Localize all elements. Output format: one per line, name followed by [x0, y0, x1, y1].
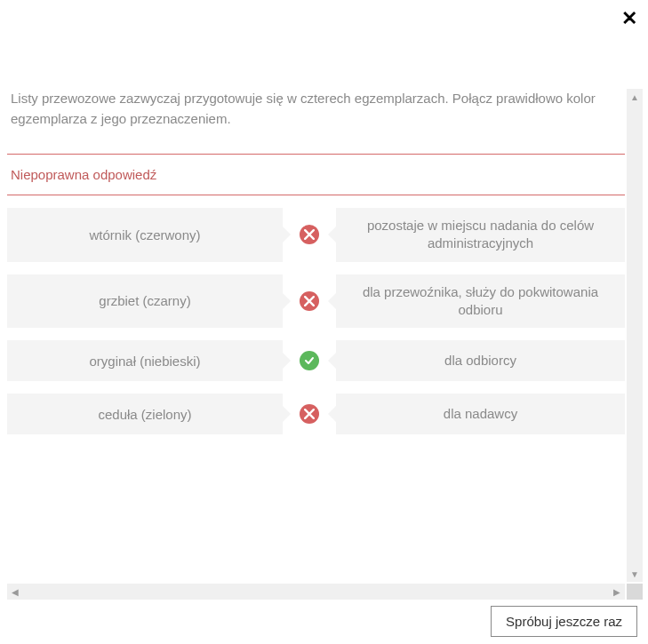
retry-button[interactable]: Spróbuj jeszcze raz — [491, 606, 637, 637]
scroll-track[interactable] — [23, 584, 609, 600]
close-button[interactable]: ✕ — [621, 9, 637, 28]
match-row: wtórnik (czerwony)pozostaje w miejscu na… — [7, 208, 625, 262]
match-right-cell[interactable]: dla nadawcy — [336, 394, 625, 434]
divider — [7, 154, 625, 155]
match-right-cell[interactable]: pozostaje w miejscu nadania do celów adm… — [336, 208, 625, 262]
scroll-track[interactable] — [627, 105, 643, 566]
match-left-cell[interactable]: oryginał (niebieski) — [7, 340, 283, 381]
question-text: Listy przewozowe zazwyczaj przygotowuje … — [7, 89, 625, 150]
x-icon — [300, 291, 319, 311]
match-left-cell[interactable]: ceduła (zielony) — [7, 394, 283, 434]
modal-container: ✕ Listy przewozowe zazwyczaj przygotowuj… — [0, 0, 648, 644]
scroll-corner — [627, 584, 643, 600]
match-row: grzbiet (czarny)dla przewoźnika, służy d… — [7, 274, 625, 329]
x-icon — [300, 404, 319, 424]
scroll-left-icon[interactable]: ◀ — [7, 584, 23, 600]
scroll-up-icon[interactable]: ▲ — [627, 89, 643, 105]
match-row: ceduła (zielony)dla nadawcy — [7, 394, 625, 434]
content-wrap: Listy przewozowe zazwyczaj przygotowuje … — [7, 89, 643, 600]
match-right-cell[interactable]: dla przewoźnika, służy do pokwitowania o… — [336, 274, 625, 329]
footer: Spróbuj jeszcze raz — [491, 606, 637, 637]
divider — [7, 195, 625, 195]
scroll-area: Listy przewozowe zazwyczaj przygotowuje … — [7, 89, 625, 582]
check-icon — [300, 351, 319, 370]
scroll-down-icon[interactable]: ▼ — [627, 566, 643, 582]
horizontal-scrollbar[interactable]: ◀ ▶ — [7, 584, 625, 600]
match-right-cell[interactable]: dla odbiorcy — [336, 340, 625, 381]
feedback-text: Niepoprawna odpowiedź — [7, 158, 625, 191]
pairs-list: wtórnik (czerwony)pozostaje w miejscu na… — [7, 208, 625, 434]
x-icon — [300, 225, 319, 244]
vertical-scrollbar[interactable]: ▲ ▼ — [627, 89, 643, 582]
match-left-cell[interactable]: wtórnik (czerwony) — [7, 208, 283, 262]
match-row: oryginał (niebieski)dla odbiorcy — [7, 340, 625, 381]
scroll-right-icon[interactable]: ▶ — [609, 584, 625, 600]
match-left-cell[interactable]: grzbiet (czarny) — [7, 274, 283, 329]
